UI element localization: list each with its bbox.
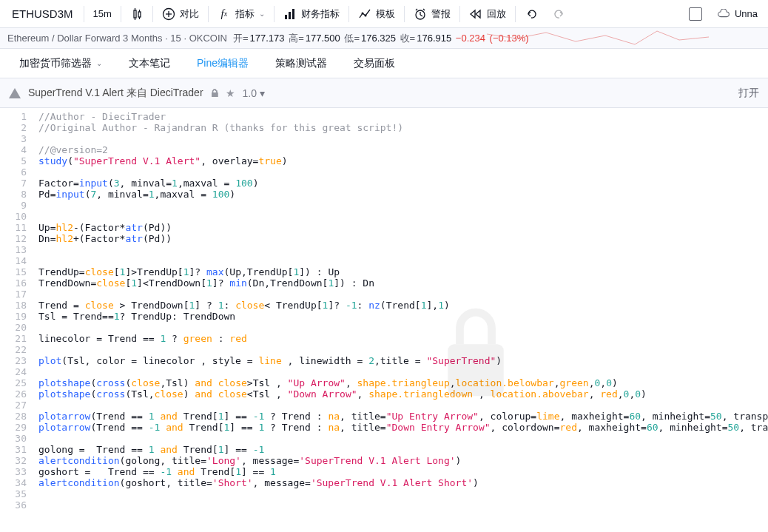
tab-strategy-tester[interactable]: 策略测试器 [262,49,340,78]
symbol-title: Ethereum / Dollar Forward 3 Months · 15 … [7,33,227,44]
code-line: Pd=input(7, minval=1,maxval = 100) [38,189,768,200]
alarm-icon [414,7,427,21]
tab-notes[interactable]: 文本笔记 [115,49,183,78]
indicators-button[interactable]: fx指标⌄ [210,0,272,27]
code-line: Dn=hl2+(Factor*atr(Pd)) [38,233,768,244]
code-line [38,200,768,211]
tab-trading-panel[interactable]: 交易面板 [340,49,408,78]
code-line [38,488,768,499]
tab-screener[interactable]: 加密货币筛选器⌄ [6,49,115,78]
alerts-label: 警报 [431,7,451,21]
interval-button[interactable]: 15m [86,0,119,27]
low-value: 176.325 [361,33,396,44]
financials-label: 财务指标 [301,7,340,21]
star-icon[interactable]: ★ [226,87,235,99]
compare-button[interactable]: 对比 [155,0,206,27]
svg-rect-3 [138,12,141,17]
code-line [38,166,768,178]
candle-icon [130,7,144,21]
chevron-down-icon: ⌄ [259,10,265,18]
svg-marker-19 [471,10,475,18]
cloud-icon [717,7,730,21]
code-line [38,289,768,300]
bar-style-button[interactable] [123,0,151,27]
fx-icon: fx [218,7,231,21]
svg-rect-11 [292,9,294,19]
code-line [38,344,768,355]
code-line: TrendUp=close[1]>TrendUp[1]? max(Up,Tren… [38,266,768,277]
code-line: alertcondition(goshort, title='Short', m… [38,477,768,488]
bars-icon [283,7,297,21]
svg-point-12 [361,12,363,14]
script-version[interactable]: 1.0 ▾ [243,87,265,99]
svg-line-17 [416,9,417,10]
script-logo-icon [9,88,21,98]
plus-circle-icon [162,7,175,21]
code-line: plotshape(cross(close,Tsl) and close>Tsl… [38,377,768,388]
svg-line-18 [423,9,425,10]
code-area[interactable]: //Author - DieciTrader//Original Author … [33,108,768,532]
code-line: plotarrow(Trend == -1 and Trend[1] == 1 … [38,422,768,433]
code-line: //Original Author - Rajandran R (thanks … [38,122,768,133]
code-line: plot(Tsl, color = linecolor , style = li… [38,355,768,366]
tab-pine-editor[interactable]: Pine编辑器 [183,49,262,78]
high-value: 177.500 [306,33,340,44]
open-button[interactable]: 打开 [738,87,759,100]
layout-name-label: Unna [735,8,758,19]
code-line [38,255,768,266]
chevron-down-icon: ⌄ [96,59,102,67]
indicators-label: 指标 [235,7,255,21]
change-value: −0.234 [456,33,485,44]
svg-point-13 [364,14,366,16]
undo-button[interactable] [517,0,545,27]
code-line [38,133,768,144]
code-line: //Author - DieciTrader [38,111,768,122]
code-line: plotarrow(Trend == 1 and Trend[1] == -1 … [38,411,768,422]
compare-label: 对比 [180,7,199,21]
svg-rect-0 [134,10,136,18]
close-value: 176.915 [417,33,451,44]
svg-rect-10 [289,12,291,19]
code-line: //@version=2 [38,144,768,155]
script-header-bar: SuperTrend V.1 Alert 来自 DieciTrader 🔒︎ ★… [0,78,768,108]
svg-line-16 [420,15,422,16]
save-layout-button[interactable]: Unna [710,0,765,27]
code-line [38,499,768,511]
symbol-info-bar: Ethereum / Dollar Forward 3 Months · 15 … [0,28,768,49]
code-line [38,322,768,333]
layout-button[interactable] [681,0,710,27]
script-name: SuperTrend V.1 Alert 来自 DieciTrader [28,87,203,100]
code-line: golong = Trend == 1 and Trend[1] == -1 [38,444,768,455]
code-line [38,400,768,411]
code-editor[interactable]: 1234567891011121314151617181920212223242… [0,108,768,532]
open-value: 177.173 [250,33,285,44]
code-line: study("SuperTrend V.1 Alert", overlay=tr… [38,155,768,166]
template-icon [358,7,371,21]
lock-icon: 🔒︎ [209,87,220,99]
square-icon [689,7,702,21]
code-line: Tsl = Trend==1? TrendUp: TrendDown [38,311,768,322]
rewind-icon [469,7,482,21]
code-line: alertcondition(golong, title='Long', mes… [38,455,768,466]
templates-button[interactable]: 模板 [351,0,402,27]
code-line [38,366,768,377]
symbol-button[interactable]: ETHUSD3M [3,0,82,27]
financials-button[interactable]: 财务指标 [276,0,347,27]
replay-button[interactable]: 回放 [462,0,513,27]
redo-button[interactable] [545,0,573,27]
alerts-button[interactable]: 警报 [406,0,458,27]
main-toolbar: ETHUSD3M 15m 对比 fx指标⌄ 财务指标 模板 警报 回放 Unna [0,0,768,28]
change-pct-value: (−0.13%) [490,33,529,44]
code-line: Up=hl2-(Factor*atr(Pd)) [38,222,768,233]
code-line [38,433,768,444]
code-line: Trend = close > TrendDown[1] ? 1: close<… [38,300,768,311]
bottom-tabs: 加密货币筛选器⌄ 文本笔记 Pine编辑器 策略测试器 交易面板 [0,49,768,78]
line-gutter: 1234567891011121314151617181920212223242… [0,108,33,532]
svg-rect-9 [285,15,287,19]
code-line: Factor=input(3, minval=1,maxval = 100) [38,178,768,189]
svg-marker-20 [476,10,480,18]
code-line [38,244,768,255]
code-line: goshort = Trend == -1 and Trend[1] == 1 [38,466,768,477]
code-line: linecolor = Trend == 1 ? green : red [38,333,768,344]
undo-icon [525,7,538,21]
